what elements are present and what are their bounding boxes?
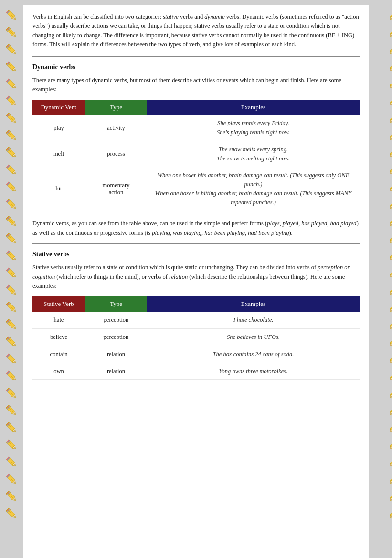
examples-cell: Yong owns three motorbikes. bbox=[147, 363, 360, 380]
dynamic-description: There are many types of dynamic verbs, b… bbox=[32, 76, 360, 95]
type-cell: perception bbox=[85, 329, 147, 346]
pencil-right-2 bbox=[372, 41, 389, 58]
intro-paragraph: Verbs in English can be classified into … bbox=[32, 12, 360, 50]
pencil-right-6 bbox=[372, 110, 389, 127]
pencil-right-18 bbox=[372, 316, 389, 333]
verb-cell: believe bbox=[32, 329, 85, 346]
pencil-left-10 bbox=[3, 179, 20, 196]
pencil-left-5 bbox=[3, 93, 20, 110]
table-row: play activity She plays tennis every Fri… bbox=[32, 115, 360, 141]
verb-cell: hit bbox=[32, 167, 85, 211]
pencil-left-8 bbox=[3, 144, 20, 161]
pencil-right-22 bbox=[372, 385, 389, 402]
pencil-left-7 bbox=[3, 127, 20, 144]
table-row: hit momentaryaction When one boxer hits … bbox=[32, 167, 360, 211]
pencil-right-24 bbox=[372, 419, 389, 436]
pencil-right-11 bbox=[372, 196, 389, 213]
examples-cell: The box contains 24 cans of soda. bbox=[147, 346, 360, 363]
pencil-right-0 bbox=[372, 7, 389, 24]
th-stative-verb: Stative Verb bbox=[32, 296, 85, 312]
th-type-dynamic: Type bbox=[85, 100, 147, 115]
pencil-left-1 bbox=[3, 24, 20, 41]
th-examples-dynamic: Examples bbox=[147, 100, 360, 115]
pencil-right-25 bbox=[372, 436, 389, 453]
type-cell: relation bbox=[85, 346, 147, 363]
pencil-left-21 bbox=[3, 368, 20, 385]
pencil-left-14 bbox=[3, 247, 20, 264]
examples-cell: She plays tennis every Friday.She's play… bbox=[147, 115, 360, 141]
table-row: believe perception She believes in UFOs. bbox=[32, 329, 360, 346]
verb-cell: hate bbox=[32, 312, 85, 328]
stative-heading: Stative verbs bbox=[32, 251, 360, 258]
type-cell: perception bbox=[85, 312, 147, 328]
pencil-right-7 bbox=[372, 127, 389, 144]
pencil-left-23 bbox=[3, 402, 20, 419]
pencil-right-19 bbox=[372, 333, 389, 350]
pencil-right-5 bbox=[372, 93, 389, 110]
pencil-right-9 bbox=[372, 161, 389, 179]
left-pencil-border bbox=[0, 5, 23, 558]
pencil-left-28 bbox=[3, 488, 20, 505]
pencil-left-12 bbox=[3, 213, 20, 230]
pencil-left-13 bbox=[3, 230, 20, 247]
right-pencil-border bbox=[369, 5, 392, 558]
verb-cell: contain bbox=[32, 346, 85, 363]
pencil-left-3 bbox=[3, 58, 20, 75]
pencil-left-20 bbox=[3, 350, 20, 368]
pencil-left-4 bbox=[3, 75, 20, 93]
th-dynamic-verb: Dynamic Verb bbox=[32, 100, 85, 115]
content-area: Verbs in English can be classified into … bbox=[23, 5, 369, 558]
dynamic-section: Dynamic verbs There are many types of dy… bbox=[32, 63, 360, 238]
pencil-left-26 bbox=[3, 453, 20, 471]
examples-cell: When one boxer hits another, brain damag… bbox=[147, 167, 360, 211]
examples-cell: I hate chocolate. bbox=[147, 312, 360, 328]
verb-cell: play bbox=[32, 115, 85, 141]
pencil-left-22 bbox=[3, 385, 20, 402]
pencil-left-29 bbox=[3, 505, 20, 522]
pencil-right-27 bbox=[372, 471, 389, 488]
examples-cell: The snow melts every spring.The snow is … bbox=[147, 141, 360, 167]
pencil-right-28 bbox=[372, 488, 389, 505]
type-cell: relation bbox=[85, 363, 147, 380]
pencil-left-16 bbox=[3, 282, 20, 299]
pencil-right-14 bbox=[372, 247, 389, 264]
pencil-left-9 bbox=[3, 161, 20, 179]
pencil-left-17 bbox=[3, 299, 20, 316]
dynamic-after-text: Dynamic verbs, as you can see from the t… bbox=[32, 219, 360, 238]
pencil-left-27 bbox=[3, 471, 20, 488]
pencil-left-24 bbox=[3, 419, 20, 436]
verb-cell: melt bbox=[32, 141, 85, 167]
pencil-left-0 bbox=[3, 7, 20, 24]
pencil-right-29 bbox=[372, 505, 389, 522]
table-row: melt process The snow melts every spring… bbox=[32, 141, 360, 167]
table-row: own relation Yong owns three motorbikes. bbox=[32, 363, 360, 380]
dynamic-heading: Dynamic verbs bbox=[32, 63, 360, 71]
pencil-right-26 bbox=[372, 453, 389, 471]
pencil-left-6 bbox=[3, 110, 20, 127]
page-wrapper: Verbs in English can be classified into … bbox=[0, 5, 392, 558]
pencil-right-10 bbox=[372, 179, 389, 196]
pencil-right-3 bbox=[372, 58, 389, 75]
pencil-left-11 bbox=[3, 196, 20, 213]
divider-1 bbox=[32, 56, 360, 57]
pencil-right-23 bbox=[372, 402, 389, 419]
verb-cell: own bbox=[32, 363, 85, 380]
table-row: hate perception I hate chocolate. bbox=[32, 312, 360, 328]
pencil-left-2 bbox=[3, 41, 20, 58]
pencil-right-13 bbox=[372, 230, 389, 247]
type-cell: momentaryaction bbox=[85, 167, 147, 211]
pencil-right-1 bbox=[372, 24, 389, 41]
pencil-left-25 bbox=[3, 436, 20, 453]
stative-section: Stative verbs Stative verbs usually refe… bbox=[32, 251, 360, 380]
pencil-right-21 bbox=[372, 368, 389, 385]
examples-cell: She believes in UFOs. bbox=[147, 329, 360, 346]
table-row: contain relation The box contains 24 can… bbox=[32, 346, 360, 363]
pencil-left-15 bbox=[3, 264, 20, 282]
stative-table: Stative Verb Type Examples hate percepti… bbox=[32, 296, 360, 380]
pencil-right-15 bbox=[372, 264, 389, 282]
pencil-left-18 bbox=[3, 316, 20, 333]
th-examples-stative: Examples bbox=[147, 296, 360, 312]
stative-description: Stative verbs usually refer to a state o… bbox=[32, 263, 360, 291]
pencil-right-12 bbox=[372, 213, 389, 230]
pencil-right-4 bbox=[372, 75, 389, 93]
